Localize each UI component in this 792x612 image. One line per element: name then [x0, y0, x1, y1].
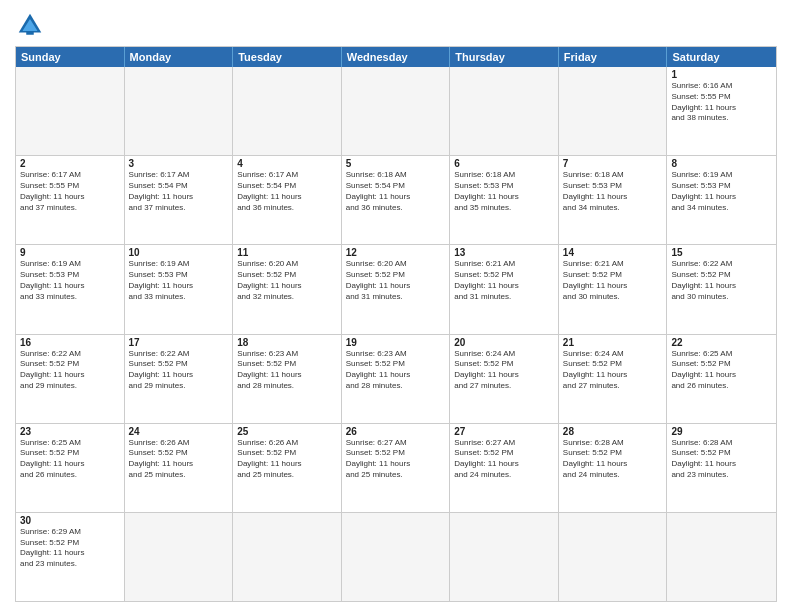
day-cell-26: 26Sunrise: 6:27 AM Sunset: 5:52 PM Dayli…: [342, 424, 451, 512]
day-number: 25: [237, 426, 337, 437]
day-info: Sunrise: 6:19 AM Sunset: 5:53 PM Dayligh…: [671, 170, 772, 213]
day-cell-3: 3Sunrise: 6:17 AM Sunset: 5:54 PM Daylig…: [125, 156, 234, 244]
day-info: Sunrise: 6:20 AM Sunset: 5:52 PM Dayligh…: [346, 259, 446, 302]
day-number: 4: [237, 158, 337, 169]
day-number: 21: [563, 337, 663, 348]
empty-cell: [16, 67, 125, 155]
day-cell-11: 11Sunrise: 6:20 AM Sunset: 5:52 PM Dayli…: [233, 245, 342, 333]
day-number: 18: [237, 337, 337, 348]
day-number: 20: [454, 337, 554, 348]
calendar-body: 1Sunrise: 6:16 AM Sunset: 5:55 PM Daylig…: [16, 67, 776, 601]
page: SundayMondayTuesdayWednesdayThursdayFrid…: [0, 0, 792, 612]
empty-cell: [233, 67, 342, 155]
empty-cell: [559, 67, 668, 155]
day-cell-17: 17Sunrise: 6:22 AM Sunset: 5:52 PM Dayli…: [125, 335, 234, 423]
weekday-header-friday: Friday: [559, 47, 668, 67]
weekday-header-tuesday: Tuesday: [233, 47, 342, 67]
day-info: Sunrise: 6:21 AM Sunset: 5:52 PM Dayligh…: [454, 259, 554, 302]
day-info: Sunrise: 6:18 AM Sunset: 5:53 PM Dayligh…: [454, 170, 554, 213]
day-info: Sunrise: 6:18 AM Sunset: 5:54 PM Dayligh…: [346, 170, 446, 213]
logo: [15, 10, 49, 40]
empty-cell: [342, 67, 451, 155]
day-info: Sunrise: 6:22 AM Sunset: 5:52 PM Dayligh…: [671, 259, 772, 302]
day-info: Sunrise: 6:20 AM Sunset: 5:52 PM Dayligh…: [237, 259, 337, 302]
day-info: Sunrise: 6:25 AM Sunset: 5:52 PM Dayligh…: [20, 438, 120, 481]
day-number: 12: [346, 247, 446, 258]
day-number: 27: [454, 426, 554, 437]
day-number: 10: [129, 247, 229, 258]
svg-rect-2: [26, 31, 34, 35]
weekday-header-thursday: Thursday: [450, 47, 559, 67]
day-number: 26: [346, 426, 446, 437]
week-row-3: 9Sunrise: 6:19 AM Sunset: 5:53 PM Daylig…: [16, 244, 776, 333]
day-info: Sunrise: 6:24 AM Sunset: 5:52 PM Dayligh…: [454, 349, 554, 392]
day-info: Sunrise: 6:27 AM Sunset: 5:52 PM Dayligh…: [454, 438, 554, 481]
day-cell-24: 24Sunrise: 6:26 AM Sunset: 5:52 PM Dayli…: [125, 424, 234, 512]
day-number: 23: [20, 426, 120, 437]
day-info: Sunrise: 6:17 AM Sunset: 5:54 PM Dayligh…: [237, 170, 337, 213]
empty-cell: [450, 67, 559, 155]
day-cell-13: 13Sunrise: 6:21 AM Sunset: 5:52 PM Dayli…: [450, 245, 559, 333]
day-cell-22: 22Sunrise: 6:25 AM Sunset: 5:52 PM Dayli…: [667, 335, 776, 423]
day-number: 17: [129, 337, 229, 348]
weekday-header-saturday: Saturday: [667, 47, 776, 67]
day-number: 19: [346, 337, 446, 348]
weekday-header-wednesday: Wednesday: [342, 47, 451, 67]
day-info: Sunrise: 6:17 AM Sunset: 5:54 PM Dayligh…: [129, 170, 229, 213]
day-cell-6: 6Sunrise: 6:18 AM Sunset: 5:53 PM Daylig…: [450, 156, 559, 244]
day-cell-9: 9Sunrise: 6:19 AM Sunset: 5:53 PM Daylig…: [16, 245, 125, 333]
day-number: 6: [454, 158, 554, 169]
day-cell-28: 28Sunrise: 6:28 AM Sunset: 5:52 PM Dayli…: [559, 424, 668, 512]
week-row-4: 16Sunrise: 6:22 AM Sunset: 5:52 PM Dayli…: [16, 334, 776, 423]
day-cell-4: 4Sunrise: 6:17 AM Sunset: 5:54 PM Daylig…: [233, 156, 342, 244]
day-cell-19: 19Sunrise: 6:23 AM Sunset: 5:52 PM Dayli…: [342, 335, 451, 423]
day-number: 13: [454, 247, 554, 258]
day-number: 1: [671, 69, 772, 80]
week-row-1: 1Sunrise: 6:16 AM Sunset: 5:55 PM Daylig…: [16, 67, 776, 155]
empty-cell: [233, 513, 342, 601]
day-number: 16: [20, 337, 120, 348]
calendar-header: SundayMondayTuesdayWednesdayThursdayFrid…: [16, 47, 776, 67]
day-cell-20: 20Sunrise: 6:24 AM Sunset: 5:52 PM Dayli…: [450, 335, 559, 423]
day-info: Sunrise: 6:19 AM Sunset: 5:53 PM Dayligh…: [20, 259, 120, 302]
day-cell-21: 21Sunrise: 6:24 AM Sunset: 5:52 PM Dayli…: [559, 335, 668, 423]
day-cell-8: 8Sunrise: 6:19 AM Sunset: 5:53 PM Daylig…: [667, 156, 776, 244]
day-number: 24: [129, 426, 229, 437]
day-number: 9: [20, 247, 120, 258]
day-info: Sunrise: 6:21 AM Sunset: 5:52 PM Dayligh…: [563, 259, 663, 302]
empty-cell: [667, 513, 776, 601]
day-cell-29: 29Sunrise: 6:28 AM Sunset: 5:52 PM Dayli…: [667, 424, 776, 512]
day-cell-30: 30Sunrise: 6:29 AM Sunset: 5:52 PM Dayli…: [16, 513, 125, 601]
day-info: Sunrise: 6:26 AM Sunset: 5:52 PM Dayligh…: [237, 438, 337, 481]
empty-cell: [559, 513, 668, 601]
empty-cell: [125, 513, 234, 601]
day-info: Sunrise: 6:28 AM Sunset: 5:52 PM Dayligh…: [671, 438, 772, 481]
day-number: 5: [346, 158, 446, 169]
day-number: 30: [20, 515, 120, 526]
day-info: Sunrise: 6:24 AM Sunset: 5:52 PM Dayligh…: [563, 349, 663, 392]
day-cell-7: 7Sunrise: 6:18 AM Sunset: 5:53 PM Daylig…: [559, 156, 668, 244]
weekday-header-sunday: Sunday: [16, 47, 125, 67]
day-cell-14: 14Sunrise: 6:21 AM Sunset: 5:52 PM Dayli…: [559, 245, 668, 333]
day-number: 22: [671, 337, 772, 348]
week-row-5: 23Sunrise: 6:25 AM Sunset: 5:52 PM Dayli…: [16, 423, 776, 512]
day-cell-5: 5Sunrise: 6:18 AM Sunset: 5:54 PM Daylig…: [342, 156, 451, 244]
day-info: Sunrise: 6:22 AM Sunset: 5:52 PM Dayligh…: [20, 349, 120, 392]
day-number: 15: [671, 247, 772, 258]
day-number: 2: [20, 158, 120, 169]
day-number: 14: [563, 247, 663, 258]
day-cell-15: 15Sunrise: 6:22 AM Sunset: 5:52 PM Dayli…: [667, 245, 776, 333]
day-info: Sunrise: 6:25 AM Sunset: 5:52 PM Dayligh…: [671, 349, 772, 392]
day-info: Sunrise: 6:17 AM Sunset: 5:55 PM Dayligh…: [20, 170, 120, 213]
empty-cell: [342, 513, 451, 601]
day-cell-18: 18Sunrise: 6:23 AM Sunset: 5:52 PM Dayli…: [233, 335, 342, 423]
day-info: Sunrise: 6:18 AM Sunset: 5:53 PM Dayligh…: [563, 170, 663, 213]
day-info: Sunrise: 6:16 AM Sunset: 5:55 PM Dayligh…: [671, 81, 772, 124]
day-number: 7: [563, 158, 663, 169]
weekday-header-monday: Monday: [125, 47, 234, 67]
day-cell-12: 12Sunrise: 6:20 AM Sunset: 5:52 PM Dayli…: [342, 245, 451, 333]
day-number: 28: [563, 426, 663, 437]
day-info: Sunrise: 6:26 AM Sunset: 5:52 PM Dayligh…: [129, 438, 229, 481]
empty-cell: [125, 67, 234, 155]
week-row-6: 30Sunrise: 6:29 AM Sunset: 5:52 PM Dayli…: [16, 512, 776, 601]
